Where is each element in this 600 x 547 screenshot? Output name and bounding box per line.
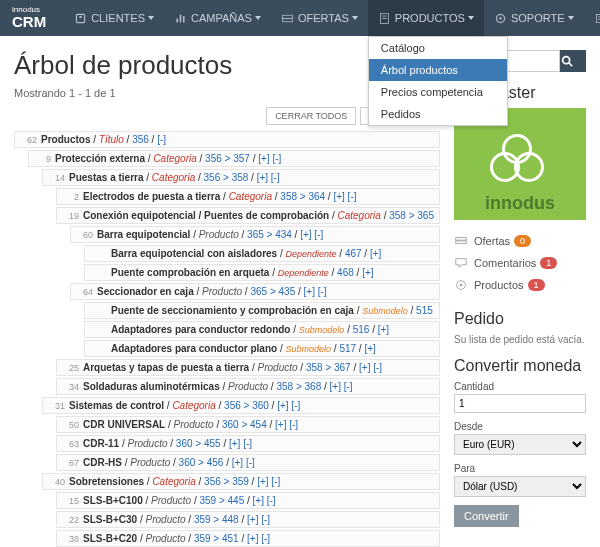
tree-num: 63	[61, 439, 79, 449]
pedido-text: Su lista de pedido está vacía.	[454, 334, 586, 345]
nav-icon	[174, 12, 187, 25]
tree-row[interactable]: 34Soldaduras aluminotérmicas / Producto …	[56, 378, 440, 395]
logo-text: innodus	[485, 193, 555, 214]
tree-row[interactable]: 15SLS-B+C100 / Producto / 359 > 445 / [+…	[56, 492, 440, 509]
tree-num: 19	[61, 211, 79, 221]
dropdown-item[interactable]: Árbol productos	[369, 59, 507, 81]
tree-row[interactable]: 63CDR-11 / Producto / 360 > 455 / [+] [-…	[56, 435, 440, 452]
side-icon	[454, 256, 468, 270]
nav-icon	[494, 12, 507, 25]
tree-row[interactable]: 64Seccionador en caja / Producto / 365 >…	[70, 283, 440, 300]
qty-input[interactable]	[454, 394, 586, 413]
tree-row[interactable]: 38SLS-B+C20 / Producto / 359 > 451 / [+]…	[56, 530, 440, 547]
side-item-comentarios[interactable]: Comentarios1	[454, 252, 586, 274]
search-button[interactable]	[560, 50, 586, 72]
dropdown-item[interactable]: Catálogo	[369, 37, 507, 59]
nav-left: CLIENTESCAMPAÑASOFERTASPRODUCTOSCatálogo…	[64, 0, 600, 36]
tree-row[interactable]: Adaptadores para conductor plano / Submo…	[84, 340, 440, 357]
svg-rect-15	[456, 241, 467, 244]
tree-row[interactable]: 2Electrodos de puesta a tierra / Categor…	[56, 188, 440, 205]
tree-toggle[interactable]: [+] [-]	[229, 438, 252, 449]
tree-row[interactable]: 40Sobretensiones / Categoria / 356 > 359…	[42, 473, 440, 490]
nav-productos[interactable]: PRODUCTOSCatálogoÁrbol productosPrecios …	[368, 0, 484, 36]
tree-toggle[interactable]: [+] [-]	[275, 419, 298, 430]
tree-toggle[interactable]: [+]	[364, 343, 375, 354]
tree-toggle[interactable]: [+] [-]	[277, 400, 300, 411]
svg-point-17	[460, 284, 463, 287]
convert-title: Convertir moneda	[454, 357, 586, 375]
tree-row[interactable]: 9Protección externa / Categoria / 356 > …	[28, 150, 440, 167]
from-select[interactable]: Euro (EUR)	[454, 434, 586, 455]
side-icon	[454, 278, 468, 292]
search-icon	[560, 54, 574, 68]
tree-row[interactable]: Puente comprobación en arqueta / Dependi…	[84, 264, 440, 281]
tree-text: Productos / Título / 356 / [-]	[41, 134, 435, 145]
tree-toggle[interactable]: [+] [-]	[258, 153, 281, 164]
nav-soporte[interactable]: SOPORTE	[484, 0, 584, 36]
nav-notas[interactable]: NOTAS	[584, 0, 600, 36]
dropdown-item[interactable]: Pedidos	[369, 103, 507, 125]
pedido-title: Pedido	[454, 310, 586, 328]
to-select[interactable]: Dólar (USD)	[454, 476, 586, 497]
navbar: innodus CRM CLIENTESCAMPAÑASOFERTASPRODU…	[0, 0, 600, 36]
tree-toggle[interactable]: [+] [-]	[247, 514, 270, 525]
tree-toggle[interactable]: [+] [-]	[300, 229, 323, 240]
tree-row[interactable]: 50CDR UNIVERSAL / Producto / 360 > 454 /…	[56, 416, 440, 433]
nav-label: CAMPAÑAS	[191, 12, 252, 24]
tree-row[interactable]: Adaptadores para conductor redondo / Sub…	[84, 321, 440, 338]
tree-toggle[interactable]: [+] [-]	[253, 495, 276, 506]
tree-num: 15	[61, 496, 79, 506]
nav-label: CLIENTES	[91, 12, 145, 24]
convert-button[interactable]: Convertir	[454, 505, 519, 527]
nav-label: OFERTAS	[298, 12, 349, 24]
svg-rect-2	[283, 15, 293, 18]
tree-text: SLS-B+C30 / Producto / 359 > 448 / [+] […	[83, 514, 435, 525]
tree-text: Adaptadores para conductor plano / Submo…	[111, 343, 435, 354]
brand[interactable]: innodus CRM	[12, 6, 46, 30]
tree-row[interactable]: 60Barra equipotencial / Producto / 365 >…	[70, 226, 440, 243]
tree-toggle[interactable]: [+]	[362, 267, 373, 278]
tree-toggle[interactable]: [+] [-]	[232, 457, 255, 468]
brand-name: CRM	[12, 13, 46, 30]
tree-toggle[interactable]: [+] [-]	[330, 381, 353, 392]
close-all-button[interactable]: CERRAR TODOS	[266, 107, 356, 125]
tree-row[interactable]: 22SLS-B+C30 / Producto / 359 > 448 / [+]…	[56, 511, 440, 528]
tree-toggle[interactable]: [+] [-]	[304, 286, 327, 297]
tree-text: Conexión equipotencial / Puentes de comp…	[83, 210, 435, 221]
tree-toggle[interactable]: [+]	[378, 324, 389, 335]
tree-text: SLS-B+C20 / Producto / 359 > 451 / [+] […	[83, 533, 435, 544]
side-item-productos[interactable]: Productos1	[454, 274, 586, 296]
tree-toggle[interactable]: [+] [-]	[257, 172, 280, 183]
svg-point-8	[499, 17, 501, 19]
svg-line-13	[569, 63, 573, 67]
svg-rect-9	[596, 14, 600, 22]
tree-num: 67	[61, 458, 79, 468]
tree-row[interactable]: 62Productos / Título / 356 / [-]	[14, 131, 440, 148]
tree-toggle[interactable]: [-]	[157, 134, 166, 145]
tree-row[interactable]: 14Puestas a tierra / Categoria / 356 > 3…	[42, 169, 440, 186]
nav-label: SOPORTE	[511, 12, 565, 24]
tree-row[interactable]: 31Sistemas de control / Categoria / 356 …	[42, 397, 440, 414]
svg-point-1	[79, 15, 81, 17]
tree-toggle[interactable]: [+]	[370, 248, 381, 259]
tree-toggle[interactable]: [+] [-]	[247, 533, 270, 544]
qty-label: Cantidad	[454, 381, 586, 392]
tree-row[interactable]: Barra equipotencial con aisladores / Dep…	[84, 245, 440, 262]
nav-clientes[interactable]: CLIENTES	[64, 0, 164, 36]
nav-ofertas[interactable]: OFERTAS	[271, 0, 368, 36]
tree-num: 2	[61, 192, 79, 202]
nav-campañas[interactable]: CAMPAÑAS	[164, 0, 271, 36]
tree-num: 22	[61, 515, 79, 525]
nav-icon	[378, 12, 391, 25]
tree-row[interactable]: 67CDR-HS / Producto / 360 > 456 / [+] [-…	[56, 454, 440, 471]
tree-num: 40	[47, 477, 65, 487]
dropdown-item[interactable]: Precios competencia	[369, 81, 507, 103]
side-item-ofertas[interactable]: Ofertas0	[454, 230, 586, 252]
tree-row[interactable]: 25Arquetas y tapas de puesta a tierra / …	[56, 359, 440, 376]
tree-toggle[interactable]: [+] [-]	[333, 191, 356, 202]
tree-row[interactable]: 19Conexión equipotencial / Puentes de co…	[56, 207, 440, 224]
tree-toggle[interactable]: [+] [-]	[257, 476, 280, 487]
tree-toggle[interactable]: [+] [-]	[359, 362, 382, 373]
side-icon	[454, 234, 468, 248]
tree-row[interactable]: Puente de seccionamiento y comprobación …	[84, 302, 440, 319]
